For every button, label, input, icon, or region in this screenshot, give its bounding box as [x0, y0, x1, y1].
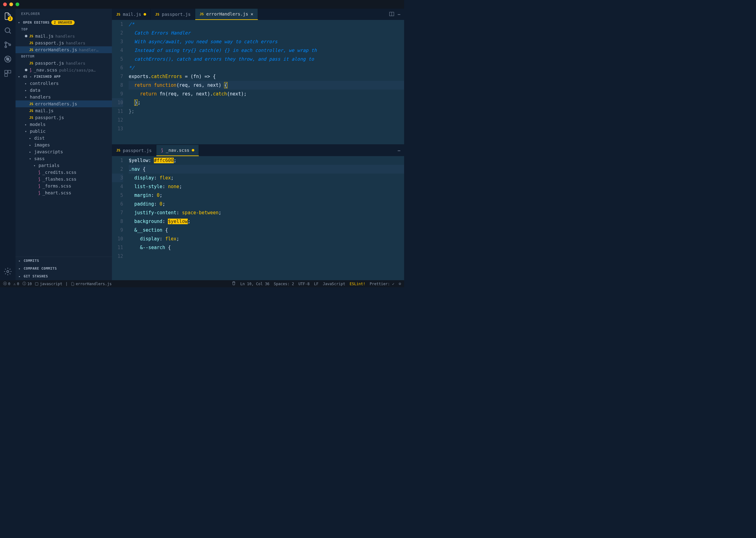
code-line[interactable]: display: flex;	[129, 235, 404, 243]
chevron-down-icon: ▾	[25, 95, 28, 99]
status-lang-mode[interactable]: JavaScript	[323, 282, 345, 286]
code-line[interactable]: Instead of using try{} catch(e) {} in ea…	[129, 46, 404, 55]
js-icon: JS	[155, 13, 159, 17]
status-errors[interactable]: ⓧ 0	[3, 281, 10, 287]
window-maximize[interactable]	[16, 3, 19, 6]
editor-tab[interactable]: JSpassport.js	[112, 145, 156, 156]
top-editor[interactable]: 12345678910111213 /* Catch Errors Handle…	[112, 20, 404, 133]
code-line[interactable]: background: $yellow;	[129, 217, 404, 226]
file-item[interactable]: ⟆_heart.scss	[16, 189, 112, 196]
panel-header[interactable]: ▸COMMITS	[16, 257, 112, 265]
status-info[interactable]: ⓘ 10	[23, 281, 32, 287]
code-line[interactable]: display: flex;	[129, 174, 404, 182]
status-encoding[interactable]: UTF-8	[298, 282, 310, 286]
code-line[interactable]: justify-content: space-between;	[129, 208, 404, 217]
file-item[interactable]: JSpassport.js	[16, 114, 112, 121]
folder-item[interactable]: ▸data	[16, 87, 112, 94]
sass-icon: ⟆	[161, 148, 163, 153]
panel-header[interactable]: ▸COMPARE COMMITS	[16, 265, 112, 272]
code-line[interactable]: };	[129, 107, 404, 116]
code-line[interactable]: &--search {	[129, 243, 404, 252]
editor-tab[interactable]: JSmail.js	[112, 9, 151, 20]
code-line[interactable]: margin: 0;	[129, 191, 404, 200]
folder-item[interactable]: ▾handlers	[16, 94, 112, 100]
folder-item[interactable]: ▸images	[16, 141, 112, 148]
js-icon: JS	[116, 13, 120, 17]
code-line[interactable]: &__section {	[129, 226, 404, 235]
folder-item[interactable]: ▾partials	[16, 162, 112, 169]
file-item[interactable]: ⟆_flashes.scss	[16, 176, 112, 183]
code-line[interactable]: return fn(req, res, next).catch(next);	[129, 89, 404, 98]
status-eol[interactable]: LF	[314, 282, 318, 286]
svg-point-7	[7, 58, 9, 61]
editor-tab[interactable]: ⟆_nav.scss	[156, 145, 199, 156]
svg-line-1	[9, 32, 11, 33]
open-editor-item[interactable]: JSerrorHandlers.js handler…	[16, 46, 112, 53]
settings-icon[interactable]	[3, 267, 12, 276]
code-line[interactable]: /*	[129, 20, 404, 28]
code-line[interactable]: };	[129, 98, 404, 107]
status-file[interactable]: errorHandlers.js	[71, 282, 112, 286]
window-close[interactable]	[3, 3, 7, 6]
explorer-icon[interactable]: 2	[3, 12, 12, 21]
code-line[interactable]: list-style: none;	[129, 182, 404, 191]
chevron-right-icon: ▸	[19, 259, 22, 262]
source-control-icon[interactable]	[3, 40, 12, 49]
folder-item[interactable]: ▸javascripts	[16, 148, 112, 155]
modified-dot-icon	[144, 13, 146, 16]
folder-item[interactable]: ▸controllers	[16, 80, 112, 87]
code-line[interactable]: .nav {	[129, 165, 404, 174]
status-feedback-icon[interactable]: ☺	[399, 282, 401, 286]
sass-icon: ⟆	[38, 177, 40, 182]
extensions-icon[interactable]	[3, 69, 12, 78]
editor-tab[interactable]: JSerrorHandlers.js✕	[195, 9, 258, 20]
open-editor-item[interactable]: JSpassport.js handlers	[16, 39, 112, 46]
code-line[interactable]: $yellow: #ffc600;	[129, 156, 404, 165]
debug-icon[interactable]	[3, 55, 12, 64]
code-line[interactable]: Catch Errors Handler	[129, 28, 404, 37]
panel-header[interactable]: ▸GIT STASHES	[16, 272, 112, 280]
status-language[interactable]: javascript	[35, 282, 62, 286]
close-icon[interactable]: ✕	[251, 12, 253, 17]
status-position[interactable]: Ln 10, Col 36	[240, 282, 270, 286]
open-editor-item[interactable]: JSpassport.js handlers	[16, 60, 112, 67]
folder-item[interactable]: ▸dist	[16, 134, 112, 141]
editor-tab[interactable]: JSpassport.js	[151, 9, 195, 20]
code-line[interactable]: padding: 0;	[129, 200, 404, 208]
bottom-editor[interactable]: 123456789101112 $yellow: #ffc600;.nav { …	[112, 156, 404, 261]
file-item[interactable]: ⟆_credits.scss	[16, 169, 112, 176]
editor-group-label: BOTTOM	[16, 53, 112, 60]
more-icon[interactable]: ⋯	[398, 148, 400, 153]
chevron-right-icon: ▸	[25, 82, 28, 85]
status-spaces[interactable]: Spaces: 2	[274, 282, 294, 286]
split-editor-icon[interactable]	[389, 12, 394, 18]
folder-item[interactable]: ▾sass	[16, 155, 112, 162]
file-item[interactable]: JSerrorHandlers.js	[16, 100, 112, 107]
code-line[interactable]: exports.catchErrors = (fn) => {	[129, 72, 404, 81]
more-icon[interactable]: ⋯	[398, 12, 400, 17]
status-trash-icon[interactable]	[231, 281, 236, 287]
open-editor-item[interactable]: JSmail.js handlers	[16, 33, 112, 39]
open-editors-header[interactable]: ▾ OPEN EDITORS 2 UNSAVED	[16, 19, 112, 26]
window-minimize[interactable]	[9, 3, 13, 6]
chevron-right-icon: ▸	[29, 150, 32, 154]
js-icon: JS	[29, 116, 33, 120]
code-line[interactable]: With async/await, you need some way to c…	[129, 37, 404, 46]
chevron-right-icon: ▸	[25, 123, 28, 126]
search-icon[interactable]	[3, 26, 12, 35]
sidebar: EXPLORER ▾ OPEN EDITORS 2 UNSAVED TOPJSm…	[16, 9, 112, 280]
open-editor-item[interactable]: ⟆_nav.scss public/sass/pa…	[16, 67, 112, 74]
file-item[interactable]: ⟆_forms.scss	[16, 183, 112, 189]
status-prettier[interactable]: Prettier: ✓	[370, 282, 394, 286]
chevron-down-icon: ▾	[18, 21, 21, 24]
folder-item[interactable]: ▸models	[16, 121, 112, 128]
status-eslint[interactable]: ESLint!	[350, 282, 366, 286]
project-header[interactable]: ▾ 45 - FINISHED APP	[16, 74, 112, 80]
code-line[interactable]: */	[129, 64, 404, 72]
code-line[interactable]: return function(req, res, next) {	[129, 81, 404, 89]
js-icon: JS	[116, 148, 120, 152]
code-line[interactable]: catchErrors(), catch and errors they thr…	[129, 55, 404, 64]
status-warnings[interactable]: ⚠ 0	[13, 282, 19, 286]
folder-item[interactable]: ▾public	[16, 128, 112, 134]
file-item[interactable]: JSmail.js	[16, 107, 112, 114]
